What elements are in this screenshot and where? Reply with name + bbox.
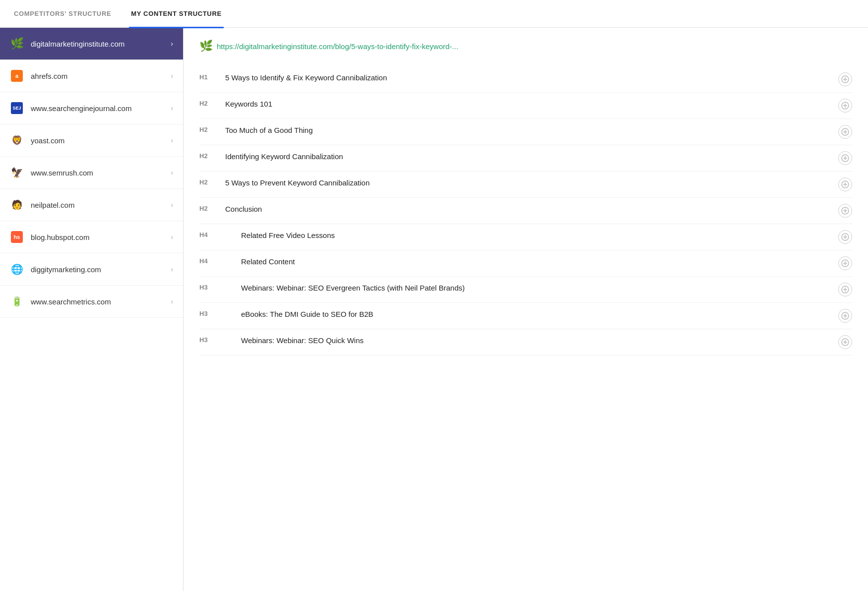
sidebar-item-diggity[interactable]: 🌐 diggitymarketing.com › [0, 253, 183, 286]
semrush-site-name: www.semrush.com [31, 169, 171, 177]
neil-chevron-icon: › [171, 201, 173, 209]
heading-tag: H2 [199, 152, 217, 160]
sidebar: 🌿 digitalmarketinginstitute.com › a ahre… [0, 28, 184, 591]
semrush-favicon: 🦅 [10, 166, 24, 179]
heading-row: H3eBooks: The DMI Guide to SEO for B2B [199, 303, 852, 329]
heading-row: H2Identifying Keyword Cannibalization [199, 145, 852, 172]
dmi-chevron-icon: › [171, 40, 173, 48]
yoast-favicon: 🦁 [10, 133, 24, 147]
sidebar-item-neil[interactable]: 🧑 neilpatel.com › [0, 189, 183, 221]
add-heading-button[interactable] [838, 230, 852, 244]
add-heading-button[interactable] [838, 125, 852, 139]
add-heading-button[interactable] [838, 72, 852, 86]
searchmetrics-chevron-icon: › [171, 297, 173, 305]
dmi-site-name: digitalmarketinginstitute.com [31, 40, 171, 48]
sidebar-item-dmi[interactable]: 🌿 digitalmarketinginstitute.com › [0, 28, 183, 60]
heading-text: Conclusion [225, 204, 838, 215]
add-heading-button[interactable] [838, 335, 852, 349]
heading-text: Related Content [241, 256, 838, 268]
add-heading-button[interactable] [838, 99, 852, 113]
yoast-site-name: yoast.com [31, 136, 171, 145]
sidebar-item-hubspot[interactable]: hs blog.hubspot.com › [0, 221, 183, 253]
tabs-bar: COMPETITORS' STRUCTURE MY CONTENT STRUCT… [0, 0, 868, 28]
add-heading-button[interactable] [838, 256, 852, 270]
ahrefs-chevron-icon: › [171, 72, 173, 80]
content-panel: 🌿 https://digitalmarketinginstitute.com/… [184, 28, 868, 591]
heading-tag: H3 [199, 284, 217, 291]
yoast-chevron-icon: › [171, 136, 173, 144]
add-heading-button[interactable] [838, 204, 852, 218]
heading-row: H2Keywords 101 [199, 93, 852, 119]
sidebar-item-ahrefs[interactable]: a ahrefs.com › [0, 60, 183, 92]
heading-tag: H4 [199, 231, 217, 238]
heading-tag: H4 [199, 257, 217, 265]
heading-text: Webinars: Webinar: SEO Quick Wins [241, 335, 838, 347]
heading-text: Identifying Keyword Cannibalization [225, 151, 838, 163]
heading-row: H15 Ways to Identify & Fix Keyword Canni… [199, 66, 852, 93]
heading-tag: H2 [199, 205, 217, 212]
heading-text: Too Much of a Good Thing [225, 125, 838, 136]
sidebar-item-semrush[interactable]: 🦅 www.semrush.com › [0, 157, 183, 189]
hubspot-site-name: blog.hubspot.com [31, 233, 171, 241]
heading-tag: H2 [199, 126, 217, 133]
heading-row: H2Too Much of a Good Thing [199, 119, 852, 145]
sidebar-item-sej[interactable]: SEJ www.searchenginejournal.com › [0, 92, 183, 124]
tab-competitors[interactable]: COMPETITORS' STRUCTURE [12, 0, 113, 28]
heading-text: Related Free Video Lessons [241, 230, 838, 241]
heading-text: Webinars: Webinar: SEO Evergreen Tactics… [241, 283, 838, 294]
main-layout: 🌿 digitalmarketinginstitute.com › a ahre… [0, 28, 868, 591]
heading-row: H3Webinars: Webinar: SEO Evergreen Tacti… [199, 277, 852, 303]
heading-row: H4Related Free Video Lessons [199, 224, 852, 250]
searchmetrics-site-name: www.searchmetrics.com [31, 297, 171, 306]
heading-text: eBooks: The DMI Guide to SEO for B2B [241, 309, 838, 320]
heading-row: H25 Ways to Prevent Keyword Cannibalizat… [199, 172, 852, 198]
url-favicon-icon: 🌿 [199, 40, 213, 53]
tab-my-content[interactable]: MY CONTENT STRUCTURE [129, 0, 223, 28]
heading-text: 5 Ways to Prevent Keyword Cannibalizatio… [225, 177, 838, 189]
semrush-chevron-icon: › [171, 169, 173, 177]
heading-tag: H3 [199, 310, 217, 317]
url-bar: 🌿 https://digitalmarketinginstitute.com/… [199, 40, 852, 53]
hubspot-favicon: hs [10, 230, 24, 244]
diggity-site-name: diggitymarketing.com [31, 265, 171, 274]
heading-row: H3Webinars: Webinar: SEO Quick Wins [199, 329, 852, 355]
add-heading-button[interactable] [838, 309, 852, 323]
searchmetrics-favicon: 🔋 [10, 295, 24, 308]
ahrefs-site-name: ahrefs.com [31, 72, 171, 80]
headings-container: H15 Ways to Identify & Fix Keyword Canni… [199, 66, 852, 355]
heading-row: H2Conclusion [199, 198, 852, 224]
heading-text: Keywords 101 [225, 99, 838, 110]
sej-favicon: SEJ [10, 101, 24, 115]
heading-text: 5 Ways to Identify & Fix Keyword Canniba… [225, 72, 838, 84]
heading-row: H4Related Content [199, 250, 852, 277]
sidebar-item-searchmetrics[interactable]: 🔋 www.searchmetrics.com › [0, 286, 183, 318]
dmi-favicon: 🌿 [10, 37, 24, 51]
heading-tag: H1 [199, 73, 217, 81]
add-heading-button[interactable] [838, 283, 852, 296]
heading-tag: H3 [199, 336, 217, 344]
heading-tag: H2 [199, 100, 217, 107]
sidebar-item-yoast[interactable]: 🦁 yoast.com › [0, 124, 183, 157]
add-heading-button[interactable] [838, 177, 852, 191]
content-url[interactable]: https://digitalmarketinginstitute.com/bl… [217, 42, 458, 51]
ahrefs-favicon: a [10, 69, 24, 83]
heading-tag: H2 [199, 178, 217, 186]
sej-site-name: www.searchenginejournal.com [31, 104, 171, 113]
add-heading-button[interactable] [838, 151, 852, 165]
diggity-favicon: 🌐 [10, 262, 24, 276]
hubspot-chevron-icon: › [171, 233, 173, 241]
neil-site-name: neilpatel.com [31, 201, 171, 209]
neil-favicon: 🧑 [10, 198, 24, 212]
diggity-chevron-icon: › [171, 265, 173, 273]
sej-chevron-icon: › [171, 104, 173, 112]
